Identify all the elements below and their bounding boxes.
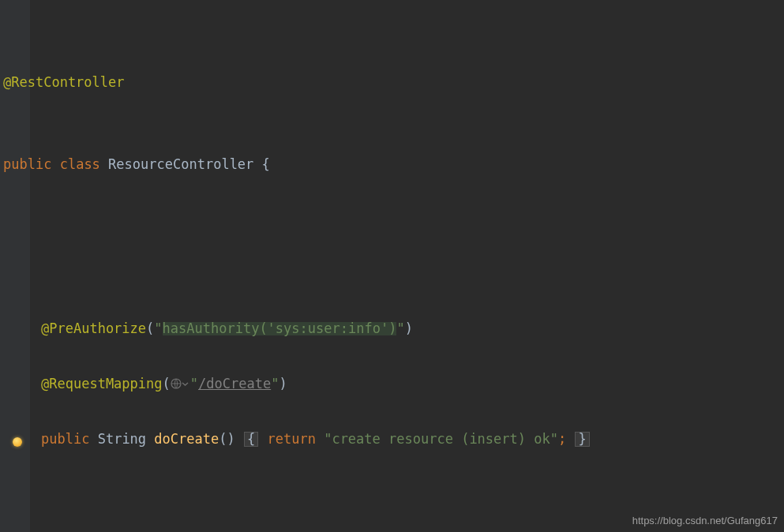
paren: ( (163, 377, 171, 391)
web-mapping-icon[interactable] (171, 378, 189, 389)
paren: ( (219, 433, 227, 446)
string-quote: " (271, 377, 279, 391)
string-quote: " (154, 322, 162, 335)
chevron-down-icon (182, 380, 189, 388)
return-string: "create resource (insert) ok" (324, 433, 558, 446)
paren: ) (279, 377, 287, 391)
annotation-requestmapping: @RequestMapping (41, 377, 163, 391)
close-brace: } (575, 432, 589, 447)
keyword-public: public (3, 158, 51, 171)
keyword-return: return (267, 433, 315, 446)
annotation: @RestController (3, 76, 125, 89)
code-line: public class ResourceController { (0, 150, 623, 178)
code-line: @RestController (0, 68, 623, 96)
code-line: @PreAuthorize("hasAuthority('sys:user:in… (0, 314, 623, 343)
auth-expression: hasAuthority('sys:user:info') (163, 322, 397, 335)
method-name: doCreate (154, 433, 219, 446)
paren: ) (227, 433, 234, 446)
code-line: @RequestMapping("/doCreate") (0, 369, 623, 398)
mapping-url[interactable]: /doCreate (198, 377, 271, 391)
semicolon: ; (558, 433, 566, 446)
string-quote: " (190, 377, 198, 391)
keyword-public: public (41, 433, 89, 446)
watermark-text: https://blog.csdn.net/Gufang617 (632, 515, 778, 526)
open-brace: { (262, 158, 270, 171)
code-line-blank (0, 232, 623, 260)
annotation-preauthorize: @PreAuthorize (41, 322, 146, 335)
code-editor-area[interactable]: @RestController public class ResourceCon… (0, 14, 623, 532)
paren: ) (405, 322, 413, 335)
class-name: ResourceController (108, 158, 253, 171)
keyword-class: class (60, 158, 100, 171)
paren: ( (146, 322, 154, 335)
string-quote: " (396, 322, 404, 335)
open-brace: { (244, 432, 258, 447)
code-line-blank (0, 507, 623, 532)
type-string: String (98, 433, 146, 446)
code-line: public String doCreate() { return "creat… (0, 425, 623, 453)
